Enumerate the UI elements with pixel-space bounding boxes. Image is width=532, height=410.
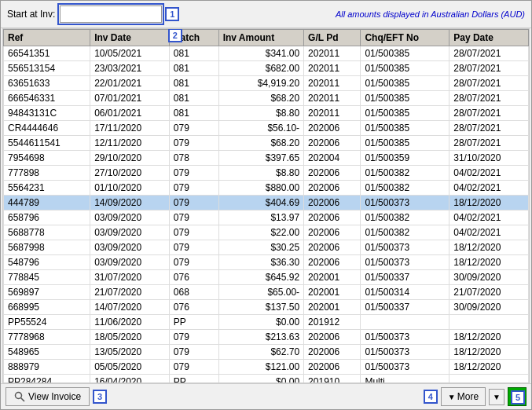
cell-inv_amount: $36.30: [218, 255, 303, 270]
cell-ref: 7954698: [4, 151, 90, 166]
table-row[interactable]: 54879603/09/2020079$36.3020200601/500373…: [4, 255, 529, 270]
table-row[interactable]: 77789827/10/2020079$8.8020200601/5003820…: [4, 166, 529, 181]
cell-pay_date: 04/02/2021: [449, 181, 529, 196]
table-row[interactable]: 556423101/10/2020079$880.0020200601/5003…: [4, 181, 529, 196]
table-row[interactable]: CR444464617/11/2020079$56.10-20200601/50…: [4, 121, 529, 136]
cell-batch: 078: [169, 151, 218, 166]
table-row[interactable]: 554461154112/11/2020079$68.2020200601/50…: [4, 136, 529, 151]
cell-inv_amount: $13.97: [218, 210, 303, 225]
cell-ref: 5564231: [4, 181, 90, 196]
cell-inv_date: 03/09/2020: [90, 240, 170, 255]
cell-batch: 079: [169, 360, 218, 375]
cell-chq_eft_no: 01/500385: [361, 91, 449, 106]
cell-gl_pd: 202011: [304, 46, 361, 61]
table-row[interactable]: 795469829/10/2020078$397.6520200401/5003…: [4, 151, 529, 166]
cell-pay_date: 28/07/2021: [449, 106, 529, 121]
table-row[interactable]: PP28428416/04/2020PP$0.00201910Multi: [4, 375, 529, 384]
table-row[interactable]: 777896818/05/2020079$213.6320200601/5003…: [4, 330, 529, 345]
col-chq-eft-no: Chq/EFT No: [361, 30, 449, 46]
down-arrow-icon: ▼: [448, 393, 456, 401]
start-at-label: Start at Inv:: [7, 9, 55, 20]
cell-ref: 569897: [4, 285, 90, 300]
cell-chq_eft_no: [361, 315, 449, 330]
table-row[interactable]: 66654633107/01/2021081$68.2020201101/500…: [4, 91, 529, 106]
more-dropdown-button[interactable]: ▼: [489, 389, 504, 405]
cell-inv_date: 13/05/2020: [90, 345, 170, 360]
cell-ref: 668995: [4, 300, 90, 315]
cell-inv_amount: $0.00: [218, 315, 303, 330]
cell-inv_date: 14/09/2020: [90, 196, 170, 210]
col-inv-date: Inv Date: [90, 30, 170, 46]
cell-batch: 079: [169, 225, 218, 240]
cell-batch: 079: [169, 136, 218, 151]
table-row[interactable]: 568799803/09/2020079$30.2520200601/50037…: [4, 240, 529, 255]
table-row[interactable]: 94843131C06/01/2021081$8.8020201101/5003…: [4, 106, 529, 121]
cell-gl_pd: 202001: [304, 300, 361, 315]
cell-pay_date: 18/12/2020: [449, 345, 529, 360]
cell-gl_pd: 202006: [304, 181, 361, 196]
cell-chq_eft_no: 01/500382: [361, 210, 449, 225]
cell-inv_amount: $4,919.20: [218, 76, 303, 91]
cell-batch: 079: [169, 121, 218, 136]
cell-ref: 548965: [4, 345, 90, 360]
cell-pay_date: 04/02/2021: [449, 210, 529, 225]
table-row[interactable]: 44478914/09/2020079$404.6920200601/50037…: [4, 196, 529, 210]
table-row[interactable]: 77884531/07/2020076$645.9220200101/50033…: [4, 270, 529, 285]
col-batch: Batch 2: [169, 30, 218, 46]
table-row[interactable]: 65879603/09/2020079$13.9720200601/500382…: [4, 210, 529, 225]
cell-pay_date: 21/07/2020: [449, 285, 529, 300]
header-bar: Start at Inv: 1 All amounts displayed in…: [1, 1, 531, 28]
start-at-input[interactable]: [60, 5, 162, 23]
badge-5: 5: [511, 390, 525, 405]
table-row[interactable]: 56989721/07/2020068$65.00-20200101/50031…: [4, 285, 529, 300]
cell-inv_date: 22/01/2021: [90, 76, 170, 91]
cell-batch: 081: [169, 76, 218, 91]
table-row[interactable]: 66899514/07/2020076$137.5020200101/50033…: [4, 300, 529, 315]
cell-inv_date: 03/09/2020: [90, 210, 170, 225]
cell-inv_date: 14/07/2020: [90, 300, 170, 315]
cell-inv_amount: $22.00: [218, 225, 303, 240]
table-row[interactable]: 568877803/09/2020079$22.0020200601/50038…: [4, 225, 529, 240]
col-inv-amount: Inv Amount: [218, 30, 303, 46]
view-invoice-button[interactable]: View Invoice: [6, 387, 90, 406]
table-row[interactable]: 6365163322/01/2021081$4,919.2020201101/5…: [4, 76, 529, 91]
cell-chq_eft_no: 01/500373: [361, 240, 449, 255]
cell-chq_eft_no: 01/500337: [361, 300, 449, 315]
cell-chq_eft_no: 01/500337: [361, 270, 449, 285]
cell-inv_date: 16/04/2020: [90, 375, 170, 384]
badge-3: 3: [93, 390, 107, 404]
cell-batch: 081: [169, 46, 218, 61]
cell-inv_date: 05/05/2020: [90, 360, 170, 375]
cell-gl_pd: 202011: [304, 106, 361, 121]
cell-inv_date: 01/10/2020: [90, 181, 170, 196]
cell-ref: 5687998: [4, 240, 90, 255]
table-row[interactable]: 54896513/05/2020079$62.7020200601/500373…: [4, 345, 529, 360]
more-button[interactable]: ▼ More: [441, 387, 486, 406]
cell-inv_amount: $30.25: [218, 240, 303, 255]
col-gl-pd: G/L Pd: [304, 30, 361, 46]
cell-ref: 7778968: [4, 330, 90, 345]
col-pay-date: Pay Date: [449, 30, 529, 46]
cell-ref: 63651633: [4, 76, 90, 91]
table-row[interactable]: 88897905/05/2020079$121.0020200601/50037…: [4, 360, 529, 375]
cell-gl_pd: 202006: [304, 345, 361, 360]
col-ref: Ref: [4, 30, 90, 46]
more-label: More: [457, 391, 479, 402]
badge-4: 4: [424, 390, 438, 404]
cell-inv_amount: $137.50: [218, 300, 303, 315]
cell-gl_pd: 202006: [304, 210, 361, 225]
cell-gl_pd: 202001: [304, 285, 361, 300]
table-row[interactable]: 6654135110/05/2021081$341.0020201101/500…: [4, 46, 529, 61]
cell-ref: 94843131C: [4, 106, 90, 121]
invoice-table-container[interactable]: Ref Inv Date Batch 2 Inv Amount G/L Pd C…: [2, 28, 530, 383]
cell-ref: 658796: [4, 210, 90, 225]
cell-pay_date: 18/12/2020: [449, 196, 529, 210]
cell-inv_amount: $121.00: [218, 360, 303, 375]
table-row[interactable]: PP5552411/06/2020PP$0.00201912: [4, 315, 529, 330]
cell-batch: PP: [169, 315, 218, 330]
table-row[interactable]: 55651315423/03/2021081$682.0020201101/50…: [4, 61, 529, 76]
cell-batch: 076: [169, 300, 218, 315]
search-icon: [14, 391, 25, 402]
cell-chq_eft_no: 01/500385: [361, 76, 449, 91]
cell-pay_date: 28/07/2021: [449, 91, 529, 106]
